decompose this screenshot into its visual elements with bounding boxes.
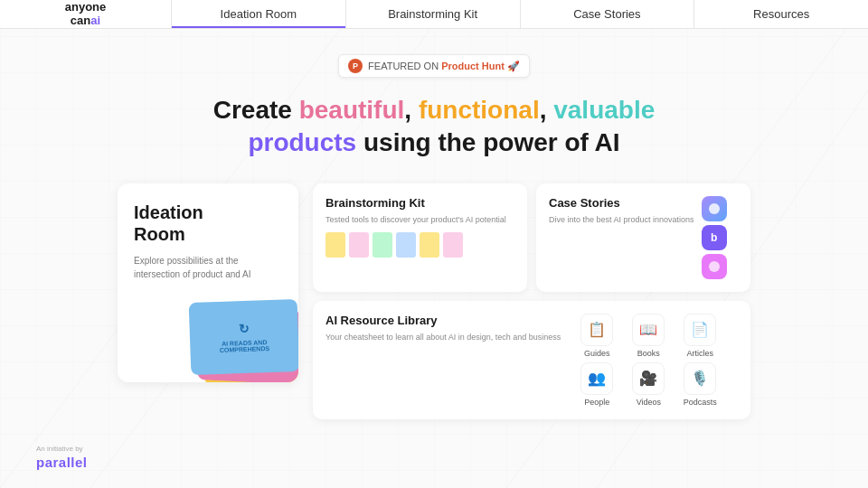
mini-card-6 — [443, 232, 463, 258]
books-icon: 📖 — [632, 314, 665, 346]
ideation-room-title: Ideation Room — [134, 202, 282, 245]
resource-item-videos[interactable]: 🎥 Videos — [625, 362, 672, 407]
product-hunt-badge[interactable]: P FEATURED ON Product Hunt 🚀 — [338, 54, 530, 78]
headline-products: products — [248, 128, 356, 156]
guides-label: Guides — [584, 349, 610, 358]
headline-functional: functional — [419, 96, 540, 124]
books-label: Books — [637, 349, 660, 358]
brainstorming-description: Tested tools to discover your product's … — [326, 214, 514, 226]
headline-suffix: using the power of AI — [363, 128, 620, 156]
people-icon: 👥 — [580, 362, 613, 395]
nav-item-case-stories[interactable]: Case Stories — [521, 0, 695, 28]
case-stories-title: Case Stories — [549, 196, 694, 210]
resource-item-guides[interactable]: 📋 Guides — [573, 314, 620, 358]
resource-item-books[interactable]: 📖 Books — [625, 314, 672, 358]
resource-grid: 📋 Guides 📖 Books 📄 Articles 👥 People — [573, 314, 723, 407]
parallel-logo: parallel — [36, 455, 88, 470]
articles-label: Articles — [687, 349, 714, 358]
main-content: P FEATURED ON Product Hunt 🚀 Create beau… — [0, 29, 868, 419]
case-icon-3 — [702, 254, 727, 279]
svg-point-5 — [709, 203, 720, 214]
resource-item-podcasts[interactable]: 🎙️ Podcasts — [676, 362, 723, 407]
logo-text: anyonecanai — [65, 1, 107, 27]
case-stories-description: Dive into the best AI product innovation… — [549, 214, 694, 226]
nav-item-brainstorming-kit[interactable]: Brainstorming Kit — [346, 0, 521, 28]
initiative-label: An initiative by — [36, 445, 88, 453]
resource-library-card[interactable]: AI Resource Library Your cheatsheet to l… — [313, 301, 750, 419]
podcasts-label: Podcasts — [684, 398, 717, 407]
product-hunt-icon: P — [348, 59, 363, 73]
stack-card-label: AI READS AND COMPREHENDS — [197, 338, 291, 354]
resource-item-articles[interactable]: 📄 Articles — [676, 314, 723, 358]
resource-title: AI Resource Library — [326, 314, 561, 327]
mini-card-3 — [373, 232, 392, 258]
svg-point-6 — [709, 261, 720, 272]
nav-items: Ideation Room Brainstorming Kit Case Sto… — [172, 0, 868, 28]
people-label: People — [584, 398, 609, 407]
mini-card-2 — [349, 232, 369, 258]
case-icon-2: b — [702, 225, 727, 250]
brainstorming-title: Brainstorming Kit — [326, 196, 514, 210]
stack-card-blue: ↻ AI READS AND COMPREHENDS — [189, 299, 298, 375]
parallel-footer: An initiative by parallel — [36, 445, 88, 470]
cards-section: Ideation Room Explore possibilities at t… — [118, 183, 750, 419]
resource-item-people[interactable]: 👥 People — [573, 362, 620, 407]
case-stories-icons: b — [702, 196, 727, 279]
top-row: Brainstorming Kit Tested tools to discov… — [313, 183, 750, 292]
nav-item-ideation-room[interactable]: Ideation Room — [172, 0, 346, 28]
guides-icon: 📋 — [580, 314, 613, 346]
logo[interactable]: anyonecanai — [0, 0, 172, 28]
brainstorm-mini-cards — [326, 232, 514, 258]
mini-card-1 — [326, 232, 345, 258]
brainstorming-kit-card[interactable]: Brainstorming Kit Tested tools to discov… — [313, 183, 527, 292]
hero-headline: Create beautiful, functional, valuable p… — [213, 94, 656, 160]
navigation: anyonecanai Ideation Room Brainstorming … — [0, 0, 868, 29]
resource-description: Your cheatsheet to learn all about AI in… — [326, 332, 561, 343]
videos-label: Videos — [637, 398, 661, 407]
right-panel: Brainstorming Kit Tested tools to discov… — [313, 183, 750, 419]
case-icon-1 — [702, 196, 727, 221]
ideation-room-card[interactable]: Ideation Room Explore possibilities at t… — [118, 183, 298, 382]
card-stack-illustration: ↻ AI READS AND COMPREHENDS — [172, 283, 298, 382]
ideation-room-description: Explore possibilities at the intersectio… — [134, 254, 282, 281]
mini-card-5 — [420, 232, 439, 258]
articles-icon: 📄 — [684, 314, 716, 346]
ph-badge-text: FEATURED ON Product Hunt 🚀 — [368, 61, 520, 72]
mini-card-4 — [396, 232, 416, 258]
resource-text: AI Resource Library Your cheatsheet to l… — [326, 314, 561, 343]
case-stories-card[interactable]: Case Stories Dive into the best AI produ… — [536, 183, 750, 292]
headline-valuable: valuable — [553, 96, 655, 124]
videos-icon: 🎥 — [632, 362, 665, 395]
nav-item-resources[interactable]: Resources — [694, 0, 868, 28]
podcasts-icon: 🎙️ — [684, 362, 716, 395]
headline-beautiful: beautiful — [299, 96, 405, 124]
